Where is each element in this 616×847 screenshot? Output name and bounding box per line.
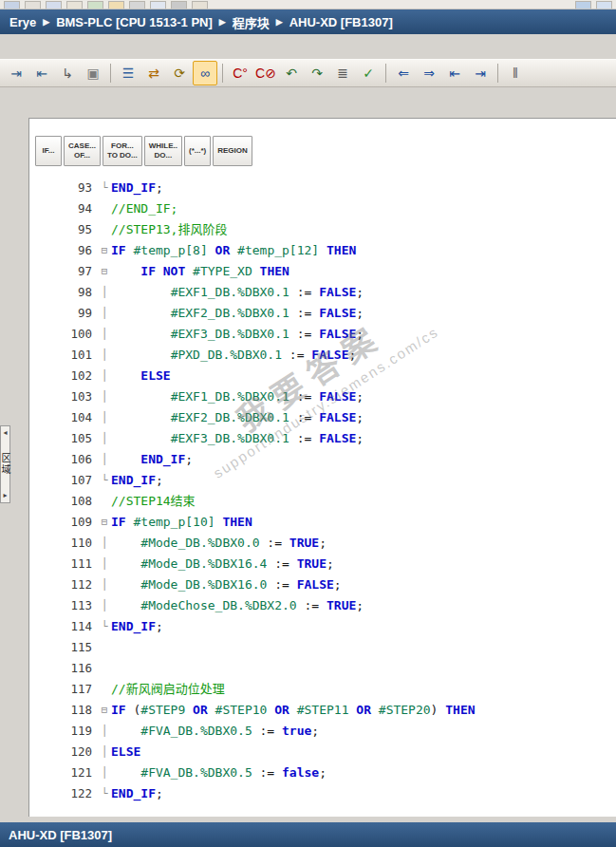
absolute-symbolic-toggle-icon[interactable]: ⇄ [141,61,166,85]
toolbar-separator [385,64,386,83]
line-number: 117 [29,679,98,700]
line-number: 97 [29,261,98,282]
code-line: 96⊟IF #temp_p[8] OR #temp_p[12] THEN [29,240,616,261]
code-text[interactable]: IF (#STEP9 OR #STEP10 OR #STEP11 OR #STE… [111,700,616,721]
previous-difference-icon[interactable]: ⇐ [391,61,416,85]
jump-forward-icon[interactable]: ↷ [305,61,329,85]
code-text[interactable]: IF #temp_p[8] OR #temp_p[12] THEN [111,240,616,261]
line-number: 107 [29,470,98,491]
clear-call-environment-icon[interactable]: C⊘ [253,61,278,85]
insert-region-button[interactable]: REGION [213,136,252,166]
code-text[interactable]: #Mode_DB.%DBX16.4 := TRUE; [111,554,616,574]
scl-editor: IF...CASE...OF...FOR...TO DO...WHILE..DO… [28,118,616,817]
keep-values-icon[interactable]: ▣ [81,61,105,85]
network-list-icon[interactable]: ≣ [330,61,355,85]
expand-right-icon[interactable]: ▸ [3,492,7,499]
code-text[interactable]: #ModeChose_DB.%DBX2.0 := TRUE; [111,595,616,616]
call-environment-icon[interactable]: C° [228,61,252,85]
fold-guide: │ [98,282,111,303]
code-line: 106│ END_IF; [29,449,616,470]
toolbar-separator [497,64,498,83]
outdent-icon[interactable]: ⇤ [29,61,54,85]
line-number: 108 [29,491,98,512]
insert-for-button[interactable]: FOR...TO DO... [103,136,142,166]
breadcrumb-separator-icon: ▶ [276,17,283,27]
expand-calls-icon[interactable]: ⇥ [468,61,493,85]
fold-toggle-icon[interactable]: ⊟ [98,700,111,721]
code-text[interactable] [111,637,616,658]
insert-while-button[interactable]: WHILE..DO... [144,136,182,166]
code-text[interactable]: #EXF2_DB.%DBX0.1 := FALSE; [111,303,616,324]
code-text[interactable]: IF #temp_p[10] THEN [111,512,616,533]
code-text[interactable]: #FVA_DB.%DBX0.5 := true; [111,721,616,742]
line-number: 101 [29,345,98,366]
code-line: 112│ #Mode_DB.%DBX16.0 := FALSE; [29,574,616,595]
line-number: 103 [29,386,98,407]
line-number: 110 [29,533,98,554]
toolbar-separator [222,64,223,83]
breadcrumb-separator-icon: ▶ [219,17,226,27]
code-text[interactable]: #Mode_DB.%DBX0.0 := TRUE; [111,533,616,554]
code-text[interactable]: END_IF; [111,616,616,637]
fold-guide: │ [98,449,111,470]
monitoring-glasses-icon[interactable]: ∞ [193,61,217,85]
code-text[interactable]: #EXF3_DB.%DBX0.1 := FALSE; [111,324,616,345]
fold-guide: │ [98,386,111,407]
breadcrumb-item[interactable]: 程序块 [233,13,270,31]
insert-separator-icon[interactable]: ‖ [503,61,528,85]
code-line: 93└END_IF; [29,178,616,198]
code-text[interactable]: #PXD_DB.%DBX0.1 := FALSE; [111,345,616,366]
fold-guide: └ [98,178,111,198]
breadcrumb: Erye▶BMS-PLC [CPU 1513-1 PN]▶程序块▶AHU-XD … [0,9,616,34]
code-text[interactable]: #EXF1_DB.%DBX0.1 := FALSE; [111,282,616,303]
code-text[interactable] [111,658,616,679]
code-text[interactable]: #EXF1_DB.%DBX0.1 := FALSE; [111,386,616,407]
breadcrumb-item[interactable]: BMS-PLC [CPU 1513-1 PN] [56,15,213,29]
jump-back-icon[interactable]: ↶ [279,61,304,85]
code-text[interactable]: ELSE [111,742,616,762]
fold-toggle-icon[interactable]: ⊟ [98,261,111,282]
code-text[interactable]: #EXF2_DB.%DBX0.1 := FALSE; [111,407,616,428]
status-bar: AHU-XD [FB1307] [0,822,616,847]
fold-guide: │ [98,742,111,762]
code-text[interactable]: //END_IF; [111,198,616,219]
code-line: 109⊟IF #temp_p[10] THEN [29,512,616,533]
code-text[interactable]: //STEP14结束 [111,491,616,512]
collapse-calls-icon[interactable]: ⇤ [442,61,467,85]
sidebar-collapsed-tab[interactable]: ◂ 区域 ▸ [0,425,10,503]
code-text[interactable]: ELSE [111,366,616,386]
code-line: 116 [29,658,616,679]
code-text[interactable]: END_IF; [111,783,616,804]
fold-toggle-icon[interactable]: ⊟ [98,240,111,261]
code-area[interactable]: 93└END_IF;94//END_IF;95//STEP13,排风阶段96⊟I… [29,178,616,804]
insert-line-icon[interactable]: ↳ [55,61,80,85]
line-number: 115 [29,637,98,658]
breadcrumb-item[interactable]: AHU-XD [FB1307] [289,15,393,29]
code-text[interactable]: #FVA_DB.%DBX0.5 := false; [111,762,616,783]
collapse-left-icon[interactable]: ◂ [3,429,7,437]
code-line: 111│ #Mode_DB.%DBX16.4 := TRUE; [29,554,616,574]
indent-icon[interactable]: ⇥ [4,61,28,85]
code-text[interactable]: #EXF3_DB.%DBX0.1 := FALSE; [111,428,616,449]
syntax-check-icon[interactable]: ✓ [356,61,381,85]
code-text[interactable]: END_IF; [111,178,616,198]
next-difference-icon[interactable]: ⇒ [417,61,441,85]
code-text[interactable]: //STEP13,排风阶段 [111,219,616,240]
line-number: 96 [29,240,98,261]
code-line: 121│ #FVA_DB.%DBX0.5 := false; [29,762,616,783]
insert-comment-button[interactable]: (*...*) [184,136,211,166]
code-line: 98│ #EXF1_DB.%DBX0.1 := FALSE; [29,282,616,303]
code-text[interactable]: IF NOT #TYPE_XD THEN [111,261,616,282]
fold-toggle-icon[interactable]: ⊟ [98,512,111,533]
code-text[interactable]: END_IF; [111,449,616,470]
outline-view-icon[interactable]: ☰ [116,61,140,85]
clipped-icon [129,1,145,9]
breadcrumb-item[interactable]: Erye [9,15,36,29]
code-text[interactable]: END_IF; [111,470,616,491]
update-block-call-icon[interactable]: ⟳ [167,61,192,85]
insert-case-button[interactable]: CASE...OF... [64,136,101,166]
code-text[interactable]: #Mode_DB.%DBX16.0 := FALSE; [111,574,616,595]
code-text[interactable]: //新风阀启动位处理 [111,679,616,700]
fold-guide: │ [98,407,111,428]
insert-if-button[interactable]: IF... [35,136,62,166]
